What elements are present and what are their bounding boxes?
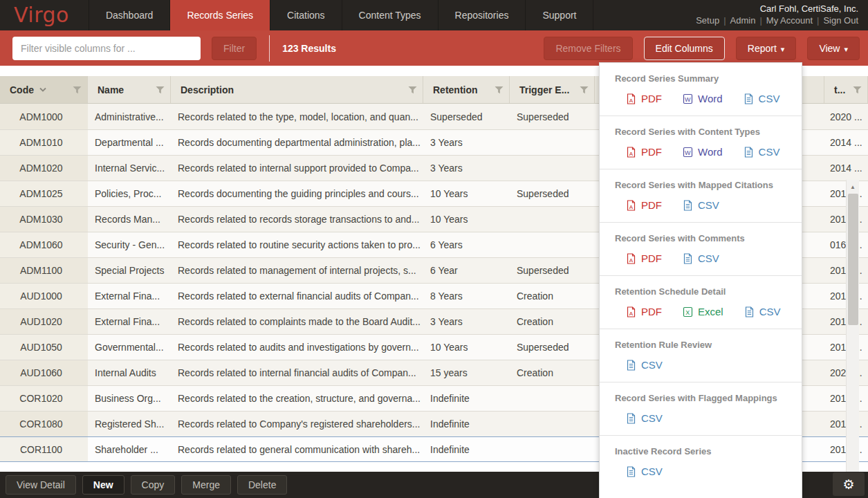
word-file-icon: W <box>683 93 693 104</box>
cell-retention: 3 Years <box>423 309 510 334</box>
filter-input[interactable] <box>12 37 201 60</box>
cell-code: ADM1030 <box>0 207 88 232</box>
cell-code: ADM1060 <box>0 232 88 257</box>
copy-button[interactable]: Copy <box>131 475 176 495</box>
cell-trigger: Superseded <box>510 335 595 360</box>
column-header-trigger[interactable]: Trigger E... <box>510 76 595 103</box>
vertical-scrollbar[interactable]: ▲ ▼ <box>846 180 859 498</box>
cell-trigger <box>510 386 595 411</box>
cell-trigger: Superseded <box>510 258 595 283</box>
nav-tab-dashboard[interactable]: Dashboard <box>89 0 170 30</box>
svg-text:W: W <box>685 95 691 102</box>
column-header-name[interactable]: Name <box>88 76 171 103</box>
cell-name: Internal Servic... <box>88 156 171 181</box>
settings-gear-button[interactable]: ⚙ <box>833 472 865 496</box>
cell-description: Records related to internal financial au… <box>171 360 423 385</box>
column-filter-funnel-icon[interactable] <box>73 86 82 94</box>
csv-file-icon <box>744 147 754 158</box>
cell-trigger <box>510 437 595 461</box>
cell-retention: Indefinite <box>423 386 510 411</box>
nav-tab-citations[interactable]: Citations <box>270 0 341 30</box>
cell-name: Policies, Proc... <box>88 181 171 206</box>
cell-name: Records Man... <box>88 207 171 232</box>
view-dropdown-button[interactable]: View▾ <box>807 37 860 60</box>
remove-filters-button[interactable]: Remove Filters <box>544 37 632 60</box>
column-filter-funnel-icon[interactable] <box>853 86 862 94</box>
nav-tab-records-series[interactable]: Records Series <box>169 0 270 30</box>
column-filter-funnel-icon[interactable] <box>495 86 504 94</box>
export-link-pdf[interactable]: APDF <box>626 93 662 104</box>
new-button[interactable]: New <box>82 475 124 495</box>
export-link-pdf[interactable]: APDF <box>626 252 662 264</box>
cell-code: COR1020 <box>0 386 88 411</box>
view-detail-button[interactable]: View Detail <box>6 475 76 495</box>
nav-tab-repositories[interactable]: Repositories <box>438 0 526 30</box>
export-link-csv[interactable]: CSV <box>626 412 663 424</box>
export-link-csv[interactable]: CSV <box>683 252 719 264</box>
column-header-retention[interactable]: Retention <box>423 76 510 103</box>
column-label: Name <box>98 84 124 95</box>
scrollbar-thumb[interactable] <box>848 194 858 325</box>
cell-name: Internal Audits <box>88 360 171 385</box>
user-link-my-account[interactable]: My Account <box>766 15 813 26</box>
cell-name: Special Projects <box>88 258 171 283</box>
export-link-pdf[interactable]: APDF <box>626 146 662 158</box>
cell-trigger <box>510 232 595 257</box>
user-link-sign-out[interactable]: Sign Out <box>823 15 858 26</box>
export-link-excel[interactable]: XExcel <box>683 306 723 317</box>
report-dropdown-button[interactable]: Report▾ <box>736 37 797 60</box>
column-header-description[interactable]: Description <box>171 76 423 103</box>
cell-name: Security - Gen... <box>88 232 171 257</box>
sort-chevron-down-icon <box>39 87 47 93</box>
divider <box>269 35 270 62</box>
column-filter-funnel-icon[interactable] <box>156 86 165 94</box>
export-link-label: CSV <box>641 359 663 371</box>
user-links: Setup|Admin|My Account|Sign Out <box>696 15 858 26</box>
export-link-csv[interactable]: CSV <box>626 465 663 477</box>
cell-trigger: Superseded <box>510 104 595 129</box>
nav-tab-support[interactable]: Support <box>525 0 593 30</box>
cell-name: Administrative... <box>88 104 171 129</box>
export-link-label: PDF <box>641 199 662 211</box>
cell-name: Business Org... <box>88 386 171 411</box>
export-link-csv[interactable]: CSV <box>683 199 719 211</box>
report-menu-group: Record Series with CommentsAPDFCSV <box>600 222 802 275</box>
export-link-csv[interactable]: CSV <box>744 146 780 158</box>
export-link-pdf[interactable]: APDF <box>626 199 662 211</box>
cell-description: Records related to internal support prov… <box>171 156 423 181</box>
svg-text:A: A <box>629 257 634 263</box>
cell-retention: 6 Years <box>423 232 510 257</box>
csv-file-icon <box>683 200 693 211</box>
column-header-code[interactable]: Code <box>0 76 88 103</box>
svg-text:A: A <box>629 203 634 210</box>
user-link-admin[interactable]: Admin <box>730 15 756 26</box>
export-link-word[interactable]: WWord <box>683 93 723 104</box>
filter-button[interactable]: Filter <box>212 37 257 60</box>
virgo-logo[interactable]: Virgo <box>0 0 89 30</box>
cell-code: ADM1000 <box>0 104 88 129</box>
scroll-up-arrow-icon[interactable]: ▲ <box>847 183 859 192</box>
column-header-updated[interactable]: t... <box>824 76 868 103</box>
export-link-word[interactable]: WWord <box>683 146 723 158</box>
pdf-file-icon: A <box>626 253 636 264</box>
cell-retention: Superseded <box>423 104 510 129</box>
column-filter-funnel-icon[interactable] <box>408 86 417 94</box>
word-file-icon: W <box>683 147 693 158</box>
export-link-label: PDF <box>641 306 662 317</box>
nav-tab-content-types[interactable]: Content Types <box>342 0 438 30</box>
export-link-csv[interactable]: CSV <box>626 359 663 371</box>
merge-button[interactable]: Merge <box>181 475 231 495</box>
export-link-pdf[interactable]: APDF <box>626 306 662 317</box>
cell-description: Records related to records storage trans… <box>171 207 423 232</box>
user-link-setup[interactable]: Setup <box>696 15 719 26</box>
chevron-down-icon: ▾ <box>781 45 785 53</box>
cell-description: Records related to Company's registered … <box>171 412 423 436</box>
export-link-csv[interactable]: CSV <box>744 93 780 104</box>
delete-button[interactable]: Delete <box>237 475 287 495</box>
column-filter-funnel-icon[interactable] <box>580 86 589 94</box>
export-link-csv[interactable]: CSV <box>744 306 781 317</box>
pdf-file-icon: A <box>626 306 636 317</box>
separator: | <box>759 15 761 26</box>
cell-code: ADM1025 <box>0 181 88 206</box>
edit-columns-button[interactable]: Edit Columns <box>644 37 725 60</box>
